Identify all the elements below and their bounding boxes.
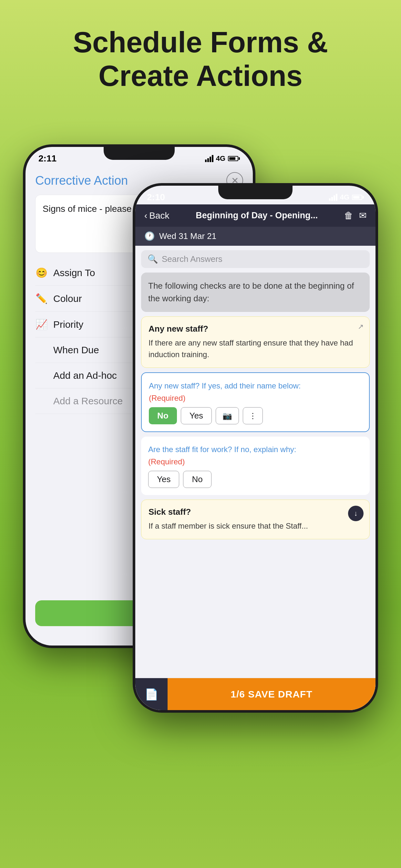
- download-icon[interactable]: ↓: [348, 506, 364, 521]
- info-card: The following checks are to be done at t…: [141, 273, 370, 312]
- front-status-time: 2:10: [147, 192, 165, 203]
- document-button[interactable]: 📄: [135, 678, 167, 710]
- external-link-icon[interactable]: ↗: [358, 322, 364, 331]
- scroll-content: The following checks are to be done at t…: [135, 273, 375, 678]
- assign-icon: 😊: [35, 267, 48, 278]
- chevron-left-icon: ‹: [144, 211, 147, 221]
- nav-back-label: Back: [149, 211, 169, 221]
- search-bar[interactable]: 🔍 Search Answers: [141, 250, 370, 268]
- question-card-2: Any new staff? If yes, add their name be…: [141, 372, 370, 432]
- search-icon: 🔍: [148, 254, 158, 264]
- q3-yes-button[interactable]: Yes: [148, 471, 179, 488]
- mail-icon[interactable]: ✉: [359, 210, 366, 221]
- q1-body: If there are any new staff starting ensu…: [149, 337, 362, 361]
- question-card-4: Sick staff? If a staff member is sick en…: [141, 500, 370, 539]
- battery-icon-front: [352, 195, 364, 200]
- nav-back-button[interactable]: ‹ Back: [144, 211, 169, 221]
- back-signal-label: 4G: [216, 154, 225, 163]
- q3-no-button[interactable]: No: [183, 471, 211, 488]
- q4-title: Sick staff?: [149, 507, 362, 517]
- back-status-icons: 4G: [205, 154, 240, 163]
- battery-icon-back: [228, 156, 240, 161]
- front-signal-label: 4G: [340, 193, 349, 202]
- trash-icon[interactable]: 🗑: [344, 210, 353, 221]
- front-status-icons: 4G: [329, 193, 364, 202]
- front-phone: 2:10 4G ‹ Back Beginn: [133, 183, 378, 713]
- save-draft-button[interactable]: 1/6 SAVE DRAFT: [167, 678, 375, 710]
- q3-required: (Required): [148, 457, 363, 466]
- q3-btn-row: Yes No: [148, 471, 363, 488]
- q4-body: If a staff member is sick ensure that th…: [149, 520, 362, 532]
- question-card-1: Any new staff? If there are any new staf…: [141, 316, 370, 368]
- q2-more-button[interactable]: ⋮: [243, 407, 263, 424]
- resource-label: Add a Resource: [53, 396, 123, 407]
- q1-title: Any new staff?: [149, 324, 362, 334]
- q2-camera-button[interactable]: 📷: [216, 407, 239, 424]
- search-bar-wrap: 🔍 Search Answers: [135, 246, 375, 273]
- notch-front: [218, 186, 292, 199]
- when-due-label: When Due: [53, 345, 99, 355]
- signal-bars-front: [329, 194, 337, 201]
- adhoc-label: Add an Ad-hoc: [53, 370, 117, 381]
- q2-no-button[interactable]: No: [149, 407, 177, 424]
- nav-icons: 🗑 ✉: [344, 210, 366, 221]
- date-text: Wed 31 Mar 21: [159, 231, 216, 241]
- question-card-3: Are the staff fit for work? If no, expla…: [141, 437, 370, 495]
- signal-bars-back: [205, 155, 213, 162]
- colour-icon: ✏️: [35, 293, 48, 304]
- search-placeholder: Search Answers: [162, 254, 222, 264]
- bottom-bar: 📄 1/6 SAVE DRAFT: [135, 678, 375, 710]
- back-status-time: 2:11: [38, 153, 57, 164]
- assign-to-label: Assign To: [53, 268, 95, 278]
- q2-label: Any new staff? If yes, add their name be…: [149, 380, 362, 392]
- date-bar: 🕐 Wed 31 Mar 21: [135, 227, 375, 246]
- corrective-title: Corrective Action: [35, 174, 128, 188]
- phones-container: 2:11 4G Corrective Action ✕: [23, 119, 378, 780]
- q2-yes-button[interactable]: Yes: [181, 407, 212, 424]
- priority-label: Priority: [53, 319, 83, 330]
- page-title: Schedule Forms & Create Actions: [54, 26, 347, 93]
- nav-title: Beginning of Day - Opening...: [169, 211, 344, 221]
- front-nav: ‹ Back Beginning of Day - Opening... 🗑 ✉: [135, 205, 375, 227]
- clock-icon: 🕐: [144, 231, 155, 241]
- q3-label: Are the staff fit for work? If no, expla…: [148, 444, 363, 455]
- notch-back: [104, 147, 175, 160]
- q2-btn-row: No Yes 📷 ⋮: [149, 407, 362, 424]
- q2-required: (Required): [149, 394, 362, 403]
- colour-label: Colour: [53, 293, 82, 304]
- priority-icon: 📈: [35, 319, 48, 330]
- document-icon: 📄: [145, 688, 158, 701]
